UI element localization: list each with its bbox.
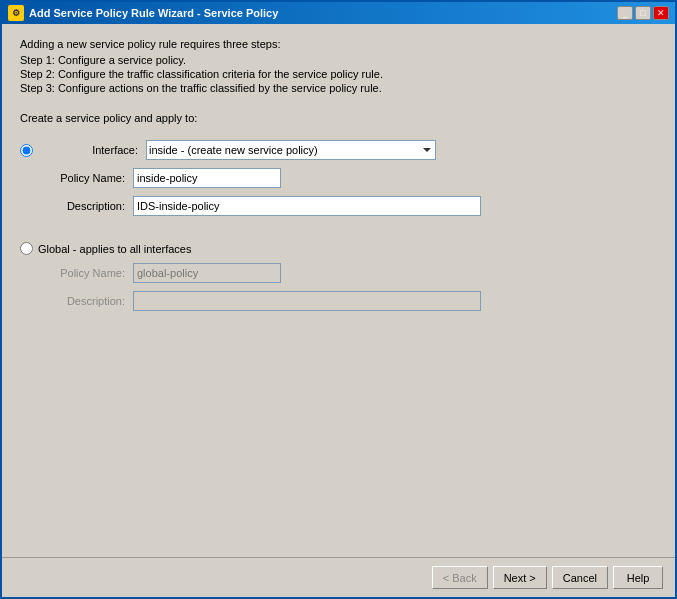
global-policy-name-input — [133, 263, 281, 283]
global-description-row: Description: — [20, 291, 657, 311]
global-radio-label[interactable]: Global - applies to all interfaces — [38, 243, 191, 255]
close-button[interactable]: ✕ — [653, 6, 669, 20]
title-bar-left: ⚙ Add Service Policy Rule Wizard - Servi… — [8, 5, 278, 21]
step1-text: Step 1: Configure a service policy. — [20, 54, 657, 66]
help-button[interactable]: Help — [613, 566, 663, 589]
content-area: Adding a new service policy rule require… — [2, 24, 675, 557]
global-radio[interactable] — [20, 242, 33, 255]
global-section: Global - applies to all interfaces Polic… — [20, 242, 657, 319]
interface-dropdown[interactable]: inside - (create new service policy) — [146, 140, 436, 160]
step2-text: Step 2: Configure the traffic classifica… — [20, 68, 657, 80]
global-policy-name-row: Policy Name: — [20, 263, 657, 283]
bottom-bar: < Back Next > Cancel Help — [2, 557, 675, 597]
interface-section: Interface: inside - (create new service … — [20, 140, 657, 224]
window-title: Add Service Policy Rule Wizard - Service… — [29, 7, 278, 19]
step3-text: Step 3: Configure actions on the traffic… — [20, 82, 657, 94]
description-label: Description: — [48, 200, 133, 212]
intro-line1: Adding a new service policy rule require… — [20, 38, 657, 50]
policy-name-row: Policy Name: — [20, 168, 657, 188]
policy-name-label: Policy Name: — [48, 172, 133, 184]
interface-radio-label[interactable]: Interface: — [33, 144, 146, 156]
main-window: ⚙ Add Service Policy Rule Wizard - Servi… — [0, 0, 677, 599]
interface-radio[interactable] — [20, 144, 33, 157]
global-description-label: Description: — [48, 295, 133, 307]
title-controls: _ □ ✕ — [617, 6, 669, 20]
global-radio-row: Global - applies to all interfaces — [20, 242, 657, 255]
back-button[interactable]: < Back — [432, 566, 488, 589]
maximize-button[interactable]: □ — [635, 6, 651, 20]
description-row: Description: — [20, 196, 657, 216]
global-policy-name-label: Policy Name: — [48, 267, 133, 279]
description-input[interactable] — [133, 196, 481, 216]
global-description-input — [133, 291, 481, 311]
window-icon: ⚙ — [8, 5, 24, 21]
interface-select-wrapper: inside - (create new service policy) — [146, 140, 436, 160]
policy-name-input[interactable] — [133, 168, 281, 188]
section-label: Create a service policy and apply to: — [20, 112, 657, 124]
minimize-button[interactable]: _ — [617, 6, 633, 20]
cancel-button[interactable]: Cancel — [552, 566, 608, 589]
interface-radio-row: Interface: inside - (create new service … — [20, 140, 657, 160]
title-bar: ⚙ Add Service Policy Rule Wizard - Servi… — [2, 2, 675, 24]
next-button[interactable]: Next > — [493, 566, 547, 589]
